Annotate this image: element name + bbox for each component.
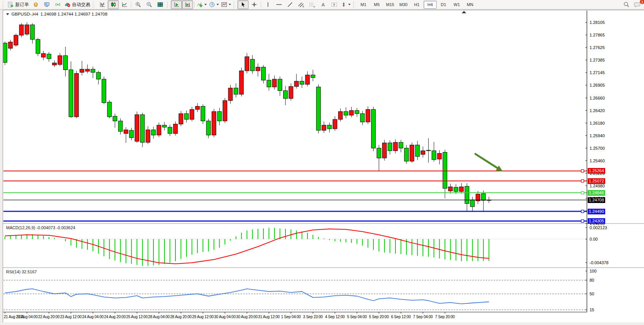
candle-body [349, 111, 354, 115]
zoom-out-button[interactable] [143, 0, 155, 9]
templates-button[interactable] [220, 0, 232, 9]
zoom-in-icon [135, 2, 141, 8]
candle-body [294, 81, 298, 87]
candle-body [3, 43, 7, 62]
timeframe-button-M30[interactable]: M30 [397, 1, 410, 9]
timeframe-button-M15[interactable]: M15 [384, 1, 397, 9]
timeframe-button-M5[interactable]: M5 [370, 1, 383, 9]
candle-body [91, 69, 95, 72]
search-icon [623, 2, 630, 8]
cursor-icon [241, 2, 246, 8]
fibonacci-icon: F [309, 2, 316, 8]
timeframe-button-D1[interactable]: D1 [437, 1, 450, 9]
candle-body [36, 40, 40, 54]
candle-body [74, 73, 78, 117]
horizontal-line-tool-button[interactable] [273, 0, 284, 9]
market-watch-button[interactable] [30, 0, 41, 9]
arrow-shapes-icon [341, 2, 347, 8]
new-order-label: 新订单 [15, 2, 29, 8]
svg-text:A: A [322, 2, 325, 8]
toolbar-grip[interactable] [167, 2, 169, 8]
hline-handle[interactable] [581, 210, 584, 213]
toolbar-grip[interactable] [3, 2, 5, 8]
add-indicator-button[interactable] [196, 0, 208, 9]
hline-handle[interactable] [581, 180, 584, 182]
template-icon [221, 2, 227, 8]
candlestick-chart-icon [110, 2, 116, 8]
toolbar-grip[interactable] [353, 2, 355, 8]
candle-body [173, 124, 177, 133]
candle-body [481, 193, 486, 200]
toolbar-separator [131, 2, 131, 8]
candle-body [140, 115, 145, 143]
fibonacci-tool-button[interactable]: F [306, 0, 317, 9]
candle-body [470, 200, 475, 207]
periods-button[interactable] [208, 0, 220, 9]
main-toolbar: 新订单 [0, 0, 644, 10]
text-tool-button[interactable]: A [317, 0, 328, 9]
candle-body [443, 152, 447, 189]
navigator-button[interactable] [41, 0, 52, 9]
line-chart-icon [121, 2, 128, 8]
clock-icon [209, 2, 215, 8]
candle-body [278, 79, 282, 90]
svg-text:T: T [333, 3, 335, 7]
chart-shift-icon [185, 2, 191, 8]
toolbar-grip[interactable] [93, 2, 95, 8]
candle-body [201, 106, 205, 121]
dropdown-caret [204, 4, 207, 5]
signals-button[interactable] [52, 0, 63, 9]
vertical-line-icon [266, 2, 270, 8]
autotrade-icon [64, 2, 71, 8]
hline-handle[interactable] [581, 220, 584, 222]
timeframe-button-M1[interactable]: M1 [357, 1, 370, 9]
trendline-icon [287, 2, 293, 8]
vertical-line-tool-button[interactable] [262, 0, 273, 9]
notifications-button[interactable]: 1 [632, 0, 643, 9]
trendline-tool-button[interactable] [284, 0, 295, 9]
timeframe-button-MN[interactable]: MN [464, 1, 477, 9]
line-chart-button[interactable] [119, 0, 130, 9]
candle-body [41, 54, 46, 57]
chart-shift-button[interactable] [182, 0, 193, 9]
equidistant-channel-icon: E [298, 2, 304, 8]
svg-text:E: E [303, 5, 304, 8]
chart-window[interactable]: GBPUSD-,H4 1.24698 1.24744 1.24697 1.247… [3, 10, 644, 322]
zoom-in-button[interactable] [132, 0, 143, 9]
search-button[interactable] [621, 0, 632, 9]
autotrade-button[interactable]: 自动交易 [63, 0, 91, 9]
tile-windows-button[interactable] [155, 0, 166, 9]
candle-body [377, 148, 381, 158]
crosshair-tool-button[interactable] [249, 0, 260, 9]
timeframe-button-H4[interactable]: H4 [424, 1, 437, 9]
auto-scroll-button[interactable] [171, 0, 182, 9]
candle-body [223, 101, 227, 121]
timeframe-button-H1[interactable]: H1 [410, 1, 423, 9]
text-label-tool-button[interactable]: T [328, 0, 340, 9]
bar-chart-button[interactable] [97, 0, 108, 9]
candle-body [107, 102, 112, 117]
candle-body [163, 125, 167, 127]
new-order-button[interactable]: 新订单 [6, 0, 30, 9]
candle-body [69, 70, 73, 117]
down-arrow-annotation[interactable] [475, 154, 500, 170]
candle-body [179, 114, 183, 124]
candle-body [333, 119, 337, 129]
arrows-tool-button[interactable] [340, 0, 352, 9]
chart-shift-marker[interactable] [462, 11, 466, 14]
chart-canvas[interactable] [3, 10, 644, 322]
candle-body [283, 90, 287, 98]
hline-handle[interactable] [581, 192, 584, 194]
hline-handle[interactable] [581, 170, 584, 172]
channel-tool-button[interactable]: E [295, 0, 306, 9]
candle-body [454, 187, 458, 192]
candle-body [383, 143, 387, 158]
cursor-tool-button[interactable] [238, 0, 249, 9]
candle-body [30, 25, 35, 40]
toolbar-grip[interactable] [234, 2, 236, 8]
toolbar-separator [194, 2, 194, 8]
timeframe-button-W1[interactable]: W1 [450, 1, 463, 9]
candle-body [113, 116, 117, 121]
bar-chart-icon [99, 2, 105, 8]
candlestick-chart-button[interactable] [108, 0, 119, 9]
